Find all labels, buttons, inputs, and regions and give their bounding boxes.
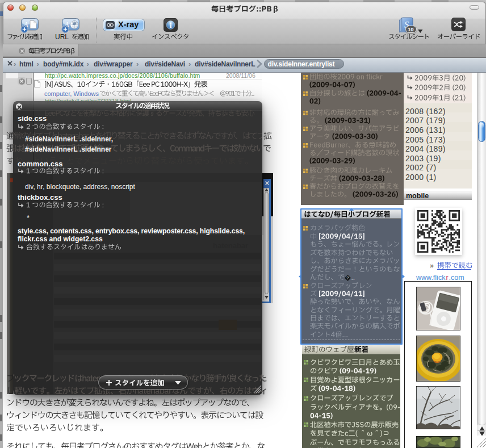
svg-text:i: i (170, 21, 172, 30)
svg-text:?: ? (346, 275, 349, 280)
